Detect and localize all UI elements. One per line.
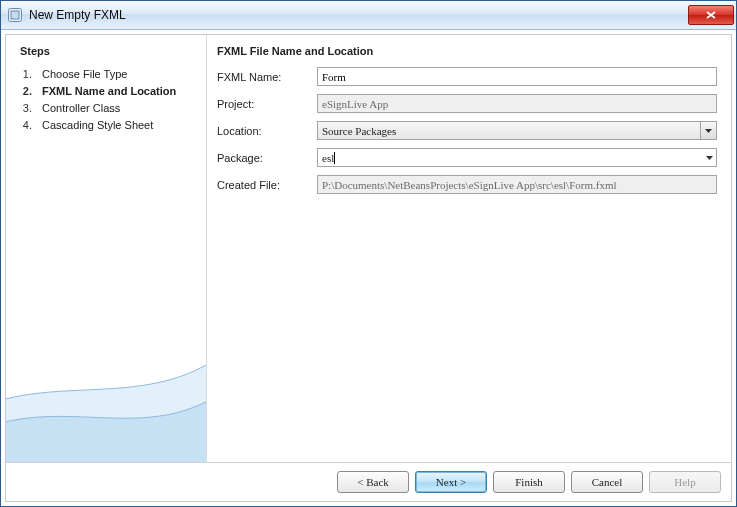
steps-list: 1.Choose File Type2.FXML Name and Locati… [20,67,196,133]
cancel-button[interactable]: Cancel [571,471,643,493]
package-combo[interactable]: esl [317,148,717,167]
form-heading: FXML File Name and Location [217,45,717,57]
app-icon [7,7,23,23]
step-label: FXML Name and Location [42,84,196,99]
step-label: Choose File Type [42,67,196,82]
created-file-field [317,175,717,194]
location-value[interactable] [317,121,717,140]
close-icon [706,11,716,19]
step-number: 2. [20,84,32,99]
form-grid: FXML Name: Project: Location: Package: [217,67,717,194]
step-number: 1. [20,67,32,82]
step-item: 2.FXML Name and Location [20,84,196,99]
wizard-window: New Empty FXML Steps 1.Choose File Type2… [0,0,737,507]
step-number: 4. [20,118,32,133]
package-dropdown-arrow[interactable] [701,148,717,167]
button-bar: < Back Next > Finish Cancel Help [6,462,731,501]
text-caret [334,152,335,164]
form-pane: FXML File Name and Location FXML Name: P… [206,35,731,462]
chevron-down-icon [706,156,713,160]
next-button[interactable]: Next > [415,471,487,493]
project-field [317,94,717,113]
help-button[interactable]: Help [649,471,721,493]
step-label: Controller Class [42,101,196,116]
steps-heading: Steps [20,45,196,57]
project-label: Project: [217,98,309,110]
svg-rect-1 [11,11,19,19]
decorative-swoosh [6,272,206,462]
titlebar: New Empty FXML [1,1,736,30]
location-dropdown-arrow[interactable] [700,121,717,140]
step-item: 1.Choose File Type [20,67,196,82]
package-value: esl [322,152,334,164]
steps-pane: Steps 1.Choose File Type2.FXML Name and … [6,35,206,462]
finish-button[interactable]: Finish [493,471,565,493]
step-item: 3.Controller Class [20,101,196,116]
fxml-name-input[interactable] [317,67,717,86]
back-button[interactable]: < Back [337,471,409,493]
location-label: Location: [217,125,309,137]
wizard-body: Steps 1.Choose File Type2.FXML Name and … [5,34,732,502]
close-button[interactable] [688,5,734,25]
location-combo[interactable] [317,121,717,140]
package-label: Package: [217,152,309,164]
fxml-name-label: FXML Name: [217,71,309,83]
chevron-down-icon [705,129,712,133]
package-input[interactable]: esl [317,148,717,167]
window-title: New Empty FXML [29,8,126,22]
step-label: Cascading Style Sheet [42,118,196,133]
content-area: Steps 1.Choose File Type2.FXML Name and … [6,35,731,462]
created-file-label: Created File: [217,179,309,191]
step-item: 4.Cascading Style Sheet [20,118,196,133]
step-number: 3. [20,101,32,116]
